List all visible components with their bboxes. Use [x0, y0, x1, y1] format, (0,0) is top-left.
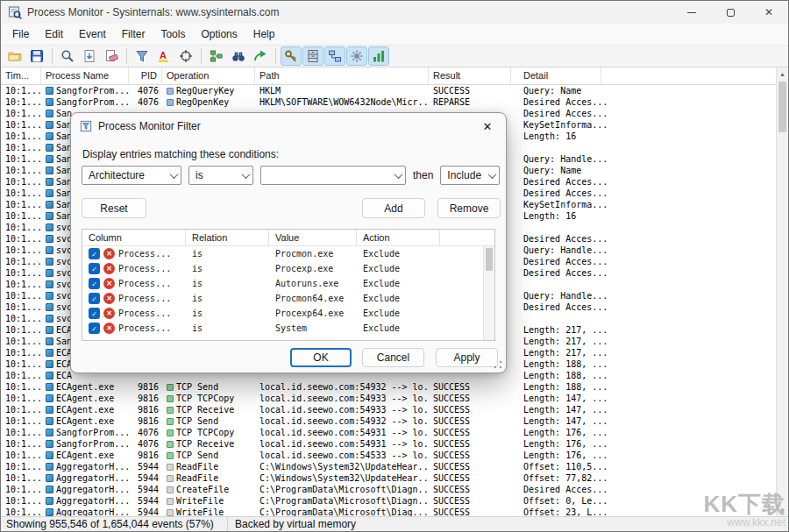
filter-column-header-value[interactable]: Value — [269, 230, 357, 245]
filter-column-header-column[interactable]: Column — [82, 230, 186, 245]
filter-row[interactable]: ✓✕Process...isSystemExclude — [82, 321, 494, 336]
clear-eraser-button[interactable] — [101, 46, 122, 66]
filter-row[interactable]: ✓✕Process...isProcexp.exeExclude — [82, 261, 494, 276]
menu-file[interactable]: File — [4, 25, 37, 43]
ok-button[interactable]: OK — [290, 348, 352, 367]
event-row[interactable]: 10:1...AggregatorH...5944ReadFileC:\Wind… — [1, 461, 788, 472]
event-row[interactable]: 10:1...ECAgent.exe9816TCP Sendlocal.id.s… — [1, 381, 788, 393]
filter-row[interactable]: ✓✕Process...isProcexp64.exeExclude — [82, 306, 494, 321]
scrollbar-thumb[interactable] — [778, 82, 786, 132]
add-button[interactable]: Add — [362, 198, 425, 218]
filter-list-scrollbar-thumb[interactable] — [486, 248, 493, 271]
process-icon — [46, 337, 53, 345]
filter-action-select[interactable]: Include — [440, 166, 500, 185]
autoscroll-button[interactable] — [79, 46, 100, 66]
filter-list: ColumnRelationValueAction ✓✕Process...is… — [82, 229, 495, 341]
event-row[interactable]: 10:1...ECAgent.exe9816TCP Sendlocal.id.s… — [1, 415, 788, 427]
event-row[interactable]: 10:1...ECAgent.exe9816TCP Receivelocal.i… — [1, 404, 788, 415]
event-time: 10:1... — [1, 484, 41, 495]
main-vertical-scrollbar[interactable] — [776, 67, 788, 516]
event-detail: Desired Acces... — [511, 484, 788, 495]
menu-event[interactable]: Event — [71, 25, 114, 43]
show-process-button[interactable] — [346, 46, 367, 66]
scroll-down-icon[interactable] — [777, 504, 788, 516]
event-row[interactable]: 10:1...SangforProm...4076TCP TCPCopyloca… — [1, 427, 788, 438]
event-row[interactable]: 10:1...SangforProm...4076TCP Receiveloca… — [1, 438, 788, 450]
column-header-pid[interactable]: PID — [129, 67, 162, 84]
capture-magnifier-icon — [60, 49, 75, 63]
filter-checkbox[interactable]: ✓ — [89, 293, 100, 304]
filter-column-select[interactable]: Architecture — [82, 166, 181, 185]
filter-column-header-action[interactable]: Action — [357, 230, 440, 245]
maximize-button[interactable] — [711, 1, 750, 24]
column-header-operation[interactable]: Operation — [162, 67, 255, 84]
operation-reg-icon — [167, 88, 174, 95]
event-operation: TCP Send — [162, 415, 255, 427]
filter-checkbox[interactable]: ✓ — [89, 248, 100, 259]
event-row[interactable]: 10:1...AggregatorH...5944WriteFileC:\Pro… — [1, 495, 788, 507]
column-header-tim[interactable]: Tim... — [1, 67, 41, 84]
show-filesystem-button[interactable] — [302, 46, 323, 66]
event-row[interactable]: 10:1...ECAgent.exe9816TCP TCPCopylocal.i… — [1, 393, 788, 404]
event-detail — [511, 222, 788, 233]
event-pid: 5944 — [129, 484, 162, 495]
reset-button[interactable]: Reset — [82, 198, 146, 218]
cancel-button[interactable]: Cancel — [362, 348, 424, 367]
event-detail: Query: Handle... — [511, 290, 788, 301]
event-row[interactable]: 10:1...ECAgent.exe9816TCP Sendlocal.id.s… — [1, 450, 788, 461]
event-row[interactable]: 10:1...AggregatorH...5944ReadFileC:\Wind… — [1, 472, 788, 484]
menu-edit[interactable]: Edit — [37, 25, 71, 43]
filter-value-select[interactable] — [260, 166, 406, 185]
filter-checkbox[interactable]: ✓ — [89, 263, 100, 274]
show-registry-button[interactable] — [281, 46, 302, 66]
event-detail: Desired Acces... — [511, 267, 788, 279]
event-row[interactable]: 10:1...SangforProm...4076RegQueryKeyHKLM… — [1, 85, 788, 96]
column-header-detail[interactable]: Detail — [511, 67, 601, 84]
filter-list-scrollbar[interactable] — [483, 246, 494, 340]
menu-tools[interactable]: Tools — [153, 25, 193, 43]
include-window-target-button[interactable] — [175, 46, 196, 66]
capture-magnifier-button[interactable] — [57, 46, 78, 66]
menu-help[interactable]: Help — [245, 25, 283, 43]
column-header-processname[interactable]: Process Name — [41, 67, 129, 84]
process-icon — [46, 349, 53, 357]
column-header-path[interactable]: Path — [255, 67, 429, 84]
process-tree-button[interactable] — [206, 46, 227, 66]
highlight-button[interactable]: A — [153, 46, 174, 66]
filter-checkbox[interactable]: ✓ — [89, 323, 100, 334]
find-binoculars-button[interactable] — [228, 46, 249, 66]
show-network-button[interactable] — [324, 46, 345, 66]
filter-row[interactable]: ✓✕Process...isAutoruns.exeExclude — [82, 276, 494, 291]
show-profiling-button[interactable] — [368, 46, 389, 66]
minimize-button[interactable] — [672, 1, 711, 24]
filter-relation-select[interactable]: is — [188, 166, 253, 185]
menu-options[interactable]: Options — [193, 25, 245, 43]
column-header-result[interactable]: Result — [429, 67, 511, 84]
process-icon — [46, 280, 53, 288]
dialog-close-button[interactable] — [469, 113, 506, 139]
filter-row[interactable]: ✓✕Process...isProcmon.exeExclude — [82, 246, 494, 261]
open-folder-button[interactable] — [4, 46, 25, 66]
event-row[interactable]: 10:1...SangforProm...4076RegOpenKeyHKLM\… — [1, 96, 788, 108]
apply-button[interactable]: Apply — [436, 348, 498, 367]
event-time: 10:1... — [1, 290, 41, 301]
filter-row[interactable]: ✓✕Process...isProcmon64.exeExclude — [82, 291, 494, 306]
save-button[interactable] — [26, 46, 47, 66]
process-icon — [46, 235, 53, 243]
show-network-icon — [328, 49, 342, 63]
filter-dialog-icon — [80, 120, 92, 132]
resize-grip[interactable] — [493, 359, 503, 370]
jump-to-button[interactable] — [250, 46, 271, 66]
event-pid: 4076 — [129, 85, 162, 96]
filter-condition-row: Architecture is then Include — [82, 166, 500, 185]
filter-checkbox[interactable]: ✓ — [89, 278, 100, 289]
filter-checkbox[interactable]: ✓ — [89, 308, 100, 319]
event-row[interactable]: 10:1...AggregatorH...5944WriteFileC:\Pro… — [1, 507, 788, 516]
filter-column-header-relation[interactable]: Relation — [186, 230, 269, 245]
menu-filter[interactable]: Filter — [114, 25, 153, 43]
remove-button[interactable]: Remove — [437, 198, 501, 218]
event-row[interactable]: 10:1...AggregatorH...5944CreateFileC:\Pr… — [1, 484, 788, 495]
close-button[interactable] — [750, 1, 788, 24]
filter-funnel-button[interactable] — [132, 46, 153, 66]
scroll-up-icon[interactable] — [777, 67, 788, 80]
